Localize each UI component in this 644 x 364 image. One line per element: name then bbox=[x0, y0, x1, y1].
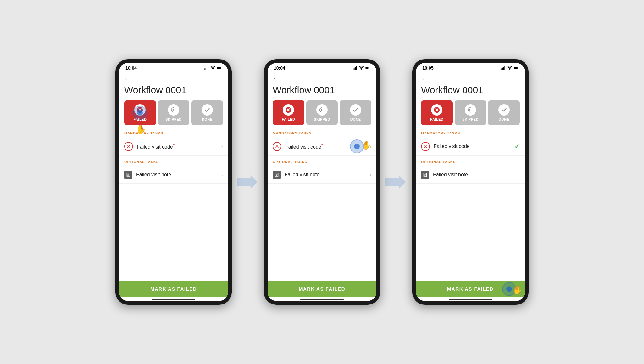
task-label: Failed visit note bbox=[433, 172, 518, 178]
status-btn-icon-done bbox=[202, 104, 213, 116]
battery-icon bbox=[365, 65, 370, 71]
workflow-title: Workflow 0001 bbox=[416, 83, 525, 100]
error-icon bbox=[273, 142, 281, 151]
step-arrow bbox=[237, 171, 259, 193]
home-indicator bbox=[300, 299, 344, 300]
phone-2: 10:04 ←Workflow 0001FAILEDSKIPPEDDONEMAN… bbox=[264, 59, 380, 305]
mark-as-failed-button[interactable]: MARK AS FAILED bbox=[268, 281, 376, 297]
status-btn-icon-skipped bbox=[465, 104, 476, 116]
cursor-hand-bottom: ✋ bbox=[512, 285, 522, 295]
optional-tasks-list: Failed visit note› bbox=[268, 166, 376, 184]
status-btn-icon-skipped bbox=[316, 104, 328, 116]
mandatory-task-task-code-2[interactable]: Failed visit code*›✋ bbox=[268, 138, 376, 156]
task-chevron-icon: › bbox=[221, 172, 223, 178]
mark-as-failed-label: MARK AS FAILED bbox=[299, 286, 345, 292]
mandatory-tasks-list: Failed visit code*› bbox=[119, 138, 228, 156]
task-label: Failed visit code bbox=[434, 144, 514, 149]
svg-rect-35 bbox=[502, 68, 503, 70]
battery-icon bbox=[217, 65, 222, 71]
back-button[interactable]: ← bbox=[421, 75, 427, 82]
svg-rect-2 bbox=[207, 67, 207, 70]
note-icon bbox=[273, 171, 281, 179]
status-btn-icon-skipped bbox=[168, 104, 179, 116]
mark-as-failed-label: MARK AS FAILED bbox=[150, 286, 197, 292]
status-bar: 10:05 bbox=[416, 63, 525, 72]
status-btn-failed[interactable]: FAILED bbox=[273, 100, 304, 125]
svg-point-38 bbox=[509, 69, 510, 70]
mark-as-failed-label: MARK AS FAILED bbox=[447, 286, 494, 292]
status-btn-label-done: DONE bbox=[499, 117, 509, 121]
wifi-icon bbox=[359, 65, 364, 71]
status-bar: 10:04 bbox=[268, 63, 376, 72]
status-icons bbox=[353, 65, 370, 71]
phone-3: 10:05 ←Workflow 0001FAILEDSKIPPEDDONEMAN… bbox=[412, 59, 529, 305]
svg-rect-36 bbox=[503, 67, 504, 70]
note-icon bbox=[124, 171, 132, 179]
svg-marker-16 bbox=[237, 175, 258, 189]
battery-icon bbox=[514, 65, 519, 71]
status-btn-skipped[interactable]: SKIPPED bbox=[306, 100, 338, 125]
workflow-title: Workflow 0001 bbox=[268, 83, 376, 100]
home-indicator bbox=[152, 299, 195, 300]
status-btn-label-failed: FAILED bbox=[430, 117, 443, 121]
optional-task-task-note-2[interactable]: Failed visit note› bbox=[268, 166, 376, 184]
status-btn-done[interactable]: DONE bbox=[340, 100, 371, 125]
optional-tasks-label: OPTIONAL TASKS bbox=[268, 156, 376, 166]
optional-tasks-label: OPTIONAL TASKS bbox=[119, 156, 228, 166]
status-btn-skipped[interactable]: SKIPPED bbox=[158, 100, 190, 125]
mandatory-task-task-code-1[interactable]: Failed visit code*› bbox=[119, 138, 228, 156]
workflow-title: Workflow 0001 bbox=[119, 83, 228, 100]
task-chevron-icon: › bbox=[369, 172, 371, 178]
task-check-icon: ✓ bbox=[514, 143, 520, 150]
step-arrow bbox=[385, 171, 407, 193]
mandatory-tasks-list: Failed visit code*›✋ bbox=[268, 138, 376, 156]
mandatory-tasks-list: Failed visit code✓ bbox=[416, 138, 525, 156]
note-icon bbox=[421, 171, 429, 179]
error-icon bbox=[421, 142, 430, 151]
back-row: ← bbox=[268, 72, 376, 83]
home-indicator bbox=[449, 299, 492, 300]
mark-as-failed-button[interactable]: MARK AS FAILED✋ bbox=[416, 281, 525, 297]
svg-rect-23 bbox=[366, 67, 369, 69]
task-chevron-icon: › bbox=[221, 143, 223, 150]
svg-point-21 bbox=[361, 69, 362, 70]
status-btn-icon-done bbox=[498, 104, 510, 116]
status-btn-label-skipped: SKIPPED bbox=[462, 117, 479, 121]
task-label: Failed visit code* bbox=[137, 143, 221, 150]
status-time: 10:04 bbox=[274, 65, 285, 71]
optional-tasks-label: OPTIONAL TASKS bbox=[416, 156, 525, 166]
status-btn-failed[interactable]: FAILED bbox=[421, 100, 453, 125]
task-label: Failed visit note bbox=[136, 172, 221, 178]
mandatory-tasks-label: MANDATORY TASKS bbox=[416, 130, 525, 138]
status-time: 10:04 bbox=[125, 65, 137, 71]
task-asterisk: * bbox=[173, 143, 175, 148]
back-row: ← bbox=[119, 72, 228, 83]
svg-point-4 bbox=[213, 69, 213, 70]
task-asterisk: * bbox=[321, 143, 323, 148]
back-button[interactable]: ← bbox=[273, 75, 279, 82]
status-btn-label-done: DONE bbox=[350, 117, 361, 121]
svg-rect-20 bbox=[356, 66, 357, 70]
status-btn-failed[interactable]: FAILED✋ bbox=[124, 100, 156, 125]
mark-as-failed-button[interactable]: MARK AS FAILED bbox=[119, 281, 228, 297]
status-btn-done[interactable]: DONE bbox=[488, 100, 520, 125]
back-button[interactable]: ← bbox=[124, 75, 130, 82]
back-row: ← bbox=[416, 72, 525, 83]
wifi-icon bbox=[507, 65, 512, 71]
status-bar: 10:04 bbox=[119, 63, 228, 72]
optional-task-task-note-1[interactable]: Failed visit note› bbox=[119, 166, 228, 184]
svg-rect-40 bbox=[514, 67, 517, 69]
svg-rect-37 bbox=[504, 66, 505, 70]
mandatory-task-task-code-3[interactable]: Failed visit code✓ bbox=[416, 138, 525, 156]
status-btn-icon-done bbox=[350, 104, 361, 116]
status-buttons: FAILED✋SKIPPEDDONE bbox=[119, 100, 228, 130]
status-btn-done[interactable]: DONE bbox=[191, 100, 223, 125]
svg-marker-33 bbox=[385, 175, 406, 189]
status-icons bbox=[501, 65, 519, 71]
status-btn-skipped[interactable]: SKIPPED bbox=[455, 100, 486, 125]
svg-rect-3 bbox=[208, 66, 208, 70]
mandatory-tasks-label: MANDATORY TASKS bbox=[268, 130, 376, 138]
status-buttons: FAILEDSKIPPEDDONE bbox=[268, 100, 376, 130]
cursor-hand-task: ✋ bbox=[361, 140, 371, 150]
optional-task-task-note-3[interactable]: Failed visit note› bbox=[416, 166, 525, 184]
